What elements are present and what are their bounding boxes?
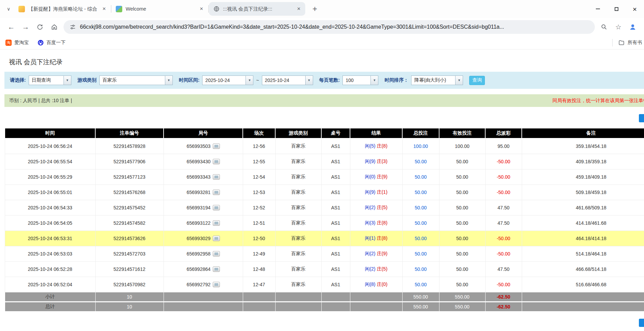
col-payout: 总派彩 — [485, 128, 522, 138]
round-detail-icon[interactable] — [213, 220, 220, 226]
cell-total-bet[interactable]: 50.00 — [402, 277, 439, 292]
home-icon — [51, 24, 58, 30]
site-settings-icon[interactable] — [70, 24, 76, 30]
window-controls: × — [589, 0, 644, 18]
bookmark-star-button[interactable]: ☆ — [611, 20, 626, 34]
col-total-bet: 总投注 — [402, 128, 439, 138]
round-detail-icon[interactable] — [213, 190, 220, 195]
result-banker: 庄(0) — [377, 281, 387, 287]
new-tab-button[interactable]: + — [309, 3, 321, 15]
subtotal-total-bet: 550.00 — [402, 292, 439, 302]
bookmarks-divider — [612, 39, 613, 46]
round-detail-icon[interactable] — [213, 205, 220, 210]
cell-total-bet[interactable]: 50.00 — [402, 231, 439, 246]
cell-total-bet[interactable]: 50.00 — [402, 184, 439, 200]
tab-title: :::视讯 会员下注纪录::: — [223, 6, 292, 12]
dropdown-arrow-icon[interactable]: ▼ — [246, 76, 253, 85]
baidu-paw-icon — [38, 40, 44, 46]
table-row: 2025-10-24 06:53:03522914572703656992958… — [5, 246, 644, 261]
cell-bet-id: 522914570982 — [95, 277, 164, 292]
dropdown-arrow-icon[interactable]: ▼ — [305, 76, 313, 85]
filter-label-page-size: 每页笔数: — [319, 77, 340, 83]
cell-bet-id: 522914578928 — [95, 138, 164, 154]
result-banker: 庄(9) — [377, 174, 387, 179]
tab-welcome[interactable]: Welcome × — [112, 2, 208, 16]
round-detail-icon[interactable] — [213, 266, 220, 272]
cell-bet-id: 522914577123 — [95, 169, 164, 184]
tab-close-icon[interactable]: × — [100, 5, 108, 13]
game-type-select[interactable]: 百家乐 ▼ — [99, 75, 173, 85]
edge-button-top[interactable] — [639, 114, 644, 122]
cell-total-bet[interactable]: 50.00 — [402, 261, 439, 277]
round-detail-icon[interactable] — [213, 282, 220, 287]
cell-result: 闲(0) 庄(9) — [350, 169, 402, 184]
home-button[interactable] — [47, 20, 61, 34]
page-size-select[interactable]: 100 ▼ — [342, 75, 378, 85]
cell-valid-bet: 50.00 — [439, 200, 485, 215]
forum-favicon-icon — [18, 6, 25, 12]
cell-note: 409.18/359.18 — [522, 154, 644, 169]
result-player: 闲(2) — [365, 205, 375, 210]
reload-button[interactable] — [33, 20, 47, 34]
tab-close-icon[interactable]: × — [198, 5, 205, 13]
cell-game-type: 百家乐 — [275, 246, 321, 261]
cell-total-bet[interactable]: 50.00 — [402, 215, 439, 231]
query-type-select[interactable]: 日期查询 ▼ — [29, 75, 71, 85]
bookmark-taobao[interactable]: 淘 爱淘宝 — [5, 40, 29, 46]
cell-session: 12-53 — [243, 184, 275, 200]
dropdown-arrow-icon[interactable]: ▼ — [165, 76, 172, 85]
dropdown-arrow-icon[interactable]: ▼ — [64, 76, 71, 85]
round-detail-icon[interactable] — [213, 159, 220, 164]
cell-total-bet[interactable]: 50.00 — [402, 154, 439, 169]
back-button[interactable]: ← — [4, 20, 18, 34]
cell-valid-bet: 50.00 — [439, 231, 485, 246]
all-bookmarks-label: 所有书 — [628, 40, 642, 46]
cell-result: 闲(5) 庄(8) — [350, 138, 402, 154]
maximize-icon — [615, 7, 618, 11]
cell-table-no: AS1 — [321, 169, 350, 184]
cell-total-bet[interactable]: 100.00 — [402, 138, 439, 154]
col-round: 局号 — [164, 128, 243, 138]
close-window-button[interactable]: × — [626, 0, 644, 18]
tab-bet-records[interactable]: :::视讯 会员下注纪录::: × — [209, 2, 305, 16]
cell-payout: 47.50 — [485, 215, 522, 231]
round-detail-icon[interactable] — [213, 236, 220, 241]
cell-total-bet[interactable]: 50.00 — [402, 200, 439, 215]
dropdown-arrow-icon[interactable]: ▼ — [370, 76, 378, 85]
minimize-button[interactable] — [589, 0, 607, 18]
result-banker: 庄(5) — [377, 205, 387, 210]
query-button[interactable]: 查询 — [469, 76, 485, 85]
tab-forum[interactable]: 【新提醒】海燕策略论坛 - 综合... × — [14, 2, 111, 16]
date-end-select[interactable]: 2025-10-24 ▼ — [262, 75, 313, 85]
address-bar[interactable]: 66cxkj98.com/game/betrecord_search/kind3… — [64, 20, 595, 34]
profile-avatar[interactable] — [626, 20, 640, 34]
forward-button[interactable]: → — [18, 20, 33, 34]
all-bookmarks[interactable]: 所有书 — [612, 39, 642, 46]
subtotal-label: 小计 — [5, 292, 95, 302]
cell-table-no: AS1 — [321, 261, 350, 277]
edge-button-bottom[interactable] — [639, 319, 644, 327]
sort-order-select[interactable]: 降幂(由大到小) ▼ — [411, 75, 463, 85]
date-start-select[interactable]: 2025-10-24 ▼ — [202, 75, 253, 85]
cell-total-bet[interactable]: 50.00 — [402, 246, 439, 261]
subtotal-row: 小计 10 550.00 550.00 -62.50 — [5, 292, 644, 302]
round-detail-icon[interactable] — [213, 174, 220, 180]
zoom-button[interactable] — [597, 20, 611, 34]
globe-favicon-icon — [213, 6, 220, 12]
cell-round: 656993343 — [164, 169, 243, 184]
subtotal-payout: -62.50 — [485, 292, 522, 302]
cell-total-bet[interactable]: 50.00 — [402, 169, 439, 184]
bookmark-baidu[interactable]: 百度一下 — [38, 40, 66, 46]
cell-game-type: 百家乐 — [275, 231, 321, 246]
cell-note: 459.18/409.18 — [522, 169, 644, 184]
round-detail-icon[interactable] — [213, 143, 220, 149]
tab-search-button[interactable]: ∨ — [3, 3, 14, 15]
bet-table-body: 2025-10-24 06:56:24522914578928656993503… — [5, 138, 644, 292]
cell-valid-bet: 50.00 — [439, 154, 485, 169]
cell-game-type: 百家乐 — [275, 261, 321, 277]
dropdown-arrow-icon[interactable]: ▼ — [455, 76, 463, 85]
tab-close-icon[interactable]: × — [295, 5, 303, 13]
maximize-button[interactable] — [607, 0, 626, 18]
round-detail-icon[interactable] — [213, 251, 220, 257]
table-row: 2025-10-24 06:54:33522914575452656993194… — [5, 200, 644, 215]
